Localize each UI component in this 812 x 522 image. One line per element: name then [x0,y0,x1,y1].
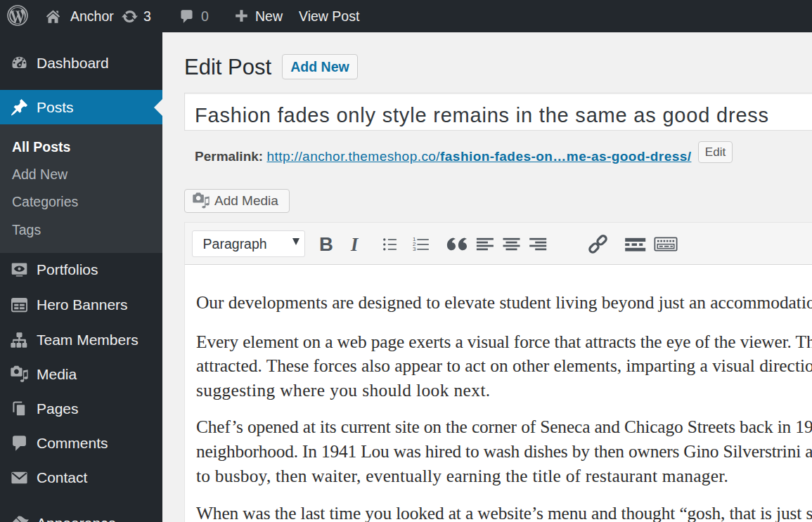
svg-text:B: B [319,233,333,255]
svg-text:I: I [350,234,359,255]
svg-text:3: 3 [413,246,416,252]
